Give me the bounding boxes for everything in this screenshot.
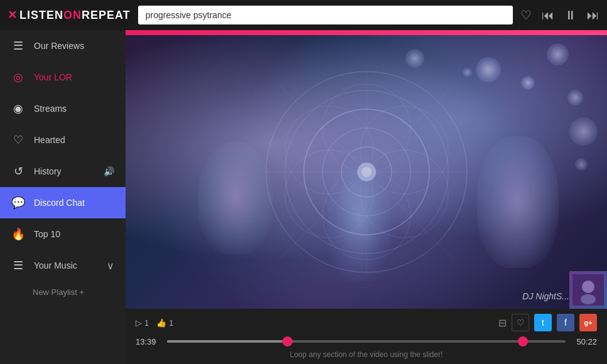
main-content: ☰ Our Reviews ◎ Your LOR ◉ Streams ♡ Hea… (0, 30, 607, 364)
heart-nav-icon: ♡ (11, 133, 25, 147)
sidebar-item-top10[interactable]: 🔥 Top 10 (0, 218, 126, 250)
header: ✕ LISTENONREPEAT ♡ ⏮ ⏸ ⏭ (0, 0, 607, 30)
fire-icon: 🔥 (11, 227, 25, 241)
logo-repeat: REPEAT (82, 9, 131, 21)
gplus-button[interactable]: g+ (579, 314, 597, 331)
facebook-button[interactable]: f (557, 314, 574, 331)
time-current: 13:39 (136, 337, 161, 346)
sidebar-label-your-music: Your Music (34, 260, 77, 270)
video-container[interactable]: DJ NightS... (126, 35, 607, 309)
slider-track (167, 340, 566, 343)
twitter-button[interactable]: t (534, 314, 552, 331)
chevron-down-icon: ∨ (107, 260, 114, 272)
sidebar-label-your-lor: Your LOR (34, 72, 72, 82)
time-total: 50:22 (572, 337, 597, 346)
volume-icon: 🔊 (104, 166, 114, 176)
sidebar-label-our-reviews: Our Reviews (34, 41, 84, 51)
music-icon: ☰ (11, 259, 25, 272)
play-icon: ▷ (136, 318, 142, 328)
sidebar-label-discord-chat: Discord Chat (34, 198, 85, 208)
progress-slider[interactable] (167, 335, 566, 348)
like-count: 👍 1 (156, 318, 173, 328)
sidebar-label-top10: Top 10 (34, 229, 60, 239)
logo-x-icon: ✕ (8, 8, 17, 22)
orb-1 (476, 57, 501, 82)
streams-icon: ◉ (11, 102, 25, 115)
play-pause-icon[interactable]: ⏸ (564, 8, 577, 23)
queue-icon[interactable]: ⊟ (498, 317, 507, 329)
svg-point-19 (581, 294, 596, 304)
new-playlist-button[interactable]: New Playlist + (0, 281, 126, 303)
play-count-value: 1 (144, 318, 149, 328)
sidebar-item-history[interactable]: ↺ History 🔊 (0, 156, 126, 187)
figure-right (477, 136, 559, 268)
sidebar: ☰ Our Reviews ◎ Your LOR ◉ Streams ♡ Hea… (0, 30, 126, 364)
header-controls: ♡ ⏮ ⏸ ⏭ (520, 8, 599, 23)
video-watermark: DJ NightS... (522, 291, 569, 301)
pink-accent-bar (126, 30, 607, 35)
play-stats: ▷ 1 👍 1 (136, 318, 173, 328)
sidebar-item-your-music[interactable]: ☰ Your Music ∨ (0, 250, 126, 281)
like-icon: 👍 (156, 318, 166, 328)
slider-thumb-right[interactable] (518, 336, 528, 346)
heart-button[interactable]: ♡ (512, 314, 529, 331)
control-bar: ▷ 1 👍 1 ⊟ ♡ t f g+ 13: (126, 309, 607, 364)
sidebar-item-hearted[interactable]: ♡ Hearted (0, 124, 126, 156)
orb-7 (575, 158, 588, 171)
figure-left (198, 141, 273, 254)
next-icon[interactable]: ⏭ (587, 8, 599, 23)
logo-on: ON (63, 9, 82, 21)
slider-thumb-left[interactable] (282, 336, 293, 346)
sidebar-item-our-reviews[interactable]: ☰ Our Reviews (0, 30, 126, 62)
video-thumbnail (569, 271, 607, 309)
video-background: DJ NightS... (126, 35, 607, 309)
sidebar-item-streams[interactable]: ◉ Streams (0, 93, 126, 124)
content-area: DJ NightS... ▷ (126, 30, 607, 364)
logo: ✕ LISTENONREPEAT (8, 8, 131, 22)
orb-2 (406, 49, 424, 68)
logo-listen: LISTEN (19, 9, 63, 21)
slider-fill (167, 340, 282, 343)
play-count: ▷ 1 (136, 318, 149, 328)
chat-icon: 💬 (11, 196, 25, 210)
history-icon: ↺ (11, 164, 25, 178)
orb-6 (569, 117, 598, 146)
figure-center (328, 156, 390, 281)
reviews-icon: ☰ (11, 39, 25, 53)
control-actions: ⊟ ♡ t f g+ (498, 314, 597, 331)
search-input[interactable] (138, 6, 513, 24)
sidebar-label-streams: Streams (34, 104, 67, 114)
control-top-row: ▷ 1 👍 1 ⊟ ♡ t f g+ (136, 314, 597, 331)
orb-3 (521, 76, 535, 90)
sidebar-label-history: History (34, 166, 62, 176)
svg-point-18 (582, 281, 594, 293)
video-visual: DJ NightS... (126, 35, 607, 309)
like-count-value: 1 (169, 318, 173, 328)
sidebar-item-discord-chat[interactable]: 💬 Discord Chat (0, 187, 126, 218)
lor-icon: ◎ (11, 70, 25, 84)
orb-4 (547, 43, 569, 65)
logo-text: LISTENONREPEAT (19, 9, 131, 22)
prev-icon[interactable]: ⏮ (542, 8, 554, 23)
loop-hint: Loop any section of the video using the … (136, 350, 597, 361)
heart-icon[interactable]: ♡ (520, 8, 532, 23)
orb-5 (567, 90, 583, 105)
sidebar-label-hearted: Hearted (34, 135, 65, 145)
sidebar-item-your-lor[interactable]: ◎ Your LOR (0, 62, 126, 93)
time-row: 13:39 50:22 (136, 335, 597, 348)
